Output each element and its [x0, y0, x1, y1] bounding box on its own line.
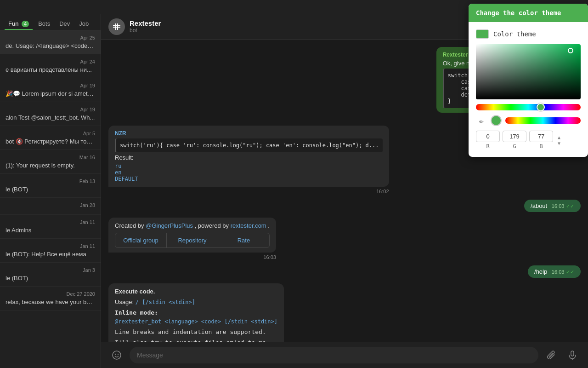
list-item-preview: (1): Your request is empty.: [6, 162, 95, 169]
message-incoming-help: Execute code. Usage: / [/stdin <stdin>] …: [108, 283, 284, 342]
color-hue-slider[interactable]: [476, 104, 581, 110]
list-item-date: Jan 3: [6, 267, 95, 273]
sidebar: Fun 4 Bots Dev Job Apr 25 de. Usage: /<l…: [0, 14, 101, 368]
result-value-1: ru: [115, 163, 383, 169]
list-item-date: Dec 27 2020: [6, 291, 95, 297]
list-item[interactable]: Apr 19 alon Test @salon_testt_bot. Wh...: [0, 102, 101, 126]
list-item-date: Apr 25: [6, 35, 95, 40]
message-bubble: NZR switch('ru'){ case 'ru': console.log…: [108, 126, 389, 187]
tab-fun-label: Fun: [8, 20, 18, 27]
code-usage: / [/stdin <stdin>]: [136, 299, 195, 305]
message-incoming-1: NZR switch('ru'){ case 'ru': console.log…: [108, 126, 389, 194]
list-item-preview: le (BOT): Help! Все ещё нема: [6, 251, 95, 258]
tab-job-label: Job: [79, 20, 89, 27]
color-r-label: R: [486, 143, 489, 150]
list-item-date: Apr 5: [6, 131, 95, 136]
color-popup-header: Change the color theme: [469, 4, 588, 22]
message-outgoing-help: /help 16:03 ✓✓: [108, 265, 581, 278]
command-text: /about: [531, 202, 547, 209]
color-opacity-slider[interactable]: [505, 117, 581, 124]
color-popup-body: Color theme ✏ R G B: [469, 22, 588, 157]
color-theme-popup: Change the color theme Color theme ✏ R G: [469, 4, 588, 157]
color-g-group: G: [503, 131, 526, 150]
voice-button[interactable]: [564, 347, 581, 363]
list-item[interactable]: Jan 3 le (BOT): [0, 263, 101, 287]
color-tools-row: ✏: [476, 115, 581, 126]
help-line-3: Inline mode:: [115, 309, 277, 316]
list-item[interactable]: Mar 16 (1): Your request is empty.: [0, 150, 101, 174]
color-gradient-picker[interactable]: [476, 44, 581, 99]
svg-rect-2: [115, 23, 116, 30]
link-author[interactable]: @GingerPlusPlus: [146, 222, 193, 229]
list-item[interactable]: Jan 11 le Admins: [0, 215, 101, 239]
tab-job[interactable]: Job: [75, 17, 92, 30]
list-item-date: Mar 16: [6, 155, 95, 160]
result-value-2: en: [115, 169, 383, 176]
tab-dev-label: Dev: [59, 20, 70, 27]
list-item-preview: le Admins: [6, 227, 95, 234]
tab-dev[interactable]: Dev: [56, 17, 74, 30]
message-input[interactable]: [130, 347, 538, 363]
list-item-preview: 🎉💬 Lorem ipsum dor si amet👇 ...: [6, 90, 95, 97]
svg-rect-7: [571, 351, 574, 356]
official-group-button[interactable]: Official group: [115, 233, 167, 247]
svg-rect-3: [117, 23, 118, 30]
double-checkmark-icon: ✓✓: [566, 269, 574, 275]
list-item-preview: bot 🔇 Регистрируете? Мы тоже, у нас 750.…: [6, 138, 95, 145]
list-item[interactable]: Apr 19 🎉💬 Lorem ipsum dor si amet👇 ...: [0, 78, 101, 102]
list-item-date: Apr 19: [6, 83, 95, 88]
tab-bots[interactable]: Bots: [34, 17, 54, 30]
list-item[interactable]: Apr 25 de. Usage: /<language> <code> [..…: [0, 30, 101, 54]
color-gradient-cursor[interactable]: [568, 48, 573, 53]
color-preview-circle: [491, 115, 502, 126]
color-r-input[interactable]: [476, 131, 500, 142]
rate-button[interactable]: Rate: [218, 233, 269, 247]
chevron-up-icon[interactable]: ▲: [558, 135, 560, 140]
command-text: /help: [534, 268, 547, 275]
link-rextester[interactable]: rextester.com: [231, 222, 266, 229]
svg-rect-1: [113, 27, 120, 28]
message-text: Created by @GingerPlusPlus , powered by …: [115, 222, 270, 229]
help-line-5: Line breaks and indentation are supporte…: [115, 328, 277, 335]
list-item[interactable]: Jan 11 le (BOT): Help! Все ещё нема: [0, 239, 101, 263]
sidebar-tabs: Fun 4 Bots Dev Job: [0, 14, 101, 30]
message-code: switch('ru'){ case 'ru': console.log("ru…: [115, 138, 383, 152]
help-line-4: @rextester_bot <language> <code> [/stdin…: [115, 318, 277, 325]
tab-fun[interactable]: Fun 4: [5, 17, 33, 30]
list-item-preview: relax, because we have your bac...: [6, 299, 95, 305]
emoji-button[interactable]: [108, 347, 125, 363]
list-item[interactable]: Feb 13 le (BOT): [0, 174, 101, 198]
result-label: Result:: [115, 154, 383, 161]
eyedropper-icon[interactable]: ✏: [476, 115, 487, 126]
color-rgb-inputs: R G B ▲ ▼: [476, 131, 581, 150]
list-item-date: Jan 28: [6, 202, 95, 208]
repository-button[interactable]: Repository: [167, 233, 218, 247]
button-row: Official group Repository Rate: [115, 233, 270, 248]
color-b-label: B: [539, 143, 543, 150]
list-item[interactable]: Dec 27 2020 relax, because we have your …: [0, 287, 101, 310]
list-item-preview: alon Test @salon_testt_bot. Wh...: [6, 114, 95, 121]
color-b-input[interactable]: [529, 131, 553, 142]
list-item[interactable]: Jan 28: [0, 198, 101, 215]
command-bubble: /about 16:03 ✓✓: [524, 200, 581, 212]
svg-rect-0: [113, 25, 120, 26]
time-label: 16:03: [552, 203, 565, 209]
list-item-date: Feb 13: [6, 178, 95, 184]
color-swatch[interactable]: [476, 29, 489, 39]
list-item[interactable]: Apr 24 е варианты представлены ни...: [0, 54, 101, 78]
color-g-input[interactable]: [503, 131, 526, 142]
chevron-down-icon[interactable]: ▼: [558, 141, 560, 146]
double-checkmark-icon: ✓✓: [566, 203, 574, 209]
list-item-date: Apr 24: [6, 59, 95, 64]
svg-point-4: [113, 351, 121, 359]
list-item[interactable]: Apr 5 bot 🔇 Регистрируете? Мы тоже, у на…: [0, 126, 101, 150]
message-incoming-info: Created by @GingerPlusPlus , powered by …: [108, 218, 276, 260]
color-hue-cursor[interactable]: [537, 103, 545, 111]
result-value-3: DEFAULT: [115, 176, 383, 182]
color-type-selector[interactable]: ▲ ▼: [558, 135, 560, 146]
attachment-button[interactable]: [543, 347, 560, 363]
list-item-date: Jan 11: [6, 243, 95, 249]
sidebar-list: Apr 25 de. Usage: /<language> <code> [..…: [0, 30, 101, 368]
list-item-preview: le (BOT): [6, 186, 95, 193]
color-b-group: B: [529, 131, 553, 150]
